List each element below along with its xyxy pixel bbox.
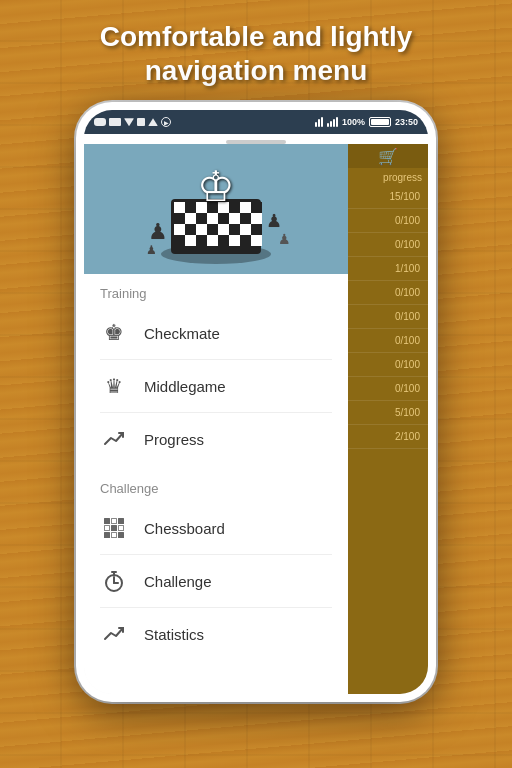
- svg-text:♟: ♟: [148, 219, 168, 244]
- challenge-section-label: Challenge: [84, 469, 348, 502]
- sidebar-item-7: 0/100: [348, 353, 428, 377]
- timer-icon: [100, 567, 128, 595]
- menu-content: Training ♚ Checkmate ♛ Middlegame: [84, 274, 348, 694]
- svg-rect-17: [251, 213, 262, 224]
- menu-item-challenge[interactable]: Challenge: [84, 555, 348, 607]
- signal-icon: [327, 117, 338, 127]
- statistics-label: Statistics: [144, 626, 204, 643]
- menu-item-checkmate[interactable]: ♚ Checkmate: [84, 307, 348, 359]
- app-banner: ♔ ♟ ♟ ♟ ♟: [84, 144, 348, 274]
- svg-rect-32: [240, 235, 251, 246]
- status-icons-left: ▶: [94, 117, 171, 127]
- sidebar-item-5: 0/100: [348, 305, 428, 329]
- middlegame-label: Middlegame: [144, 378, 226, 395]
- svg-rect-9: [251, 202, 262, 213]
- phone-frame: ▶ 100% 23:: [76, 102, 436, 702]
- status-bar: ▶ 100% 23:: [84, 110, 428, 134]
- menu-item-statistics[interactable]: Statistics: [84, 608, 348, 660]
- svg-rect-8: [240, 202, 251, 213]
- svg-text:♔: ♔: [197, 163, 235, 210]
- phone-body: ♔ ♟ ♟ ♟ ♟ Training: [84, 144, 428, 694]
- sidebar-item-4: 0/100: [348, 281, 428, 305]
- svg-rect-14: [218, 213, 229, 224]
- main-content: ♔ ♟ ♟ ♟ ♟ Training: [84, 144, 348, 694]
- sidebar-item-0: 15/100: [348, 185, 428, 209]
- progress-label: Progress: [144, 431, 204, 448]
- svg-rect-33: [251, 235, 262, 246]
- sidebar-item-3: 1/100: [348, 257, 428, 281]
- svg-text:♟: ♟: [278, 231, 291, 247]
- svg-rect-2: [174, 202, 185, 213]
- svg-text:♟: ♟: [146, 243, 157, 257]
- svg-rect-28: [196, 235, 207, 246]
- sidebar-item-8: 0/100: [348, 377, 428, 401]
- chess-logo-svg: ♔ ♟ ♟ ♟ ♟: [136, 149, 296, 269]
- clock: 23:50: [395, 117, 418, 127]
- svg-rect-22: [218, 224, 229, 235]
- sidebar-item-6: 0/100: [348, 329, 428, 353]
- sidebar-item-10: 2/100: [348, 425, 428, 449]
- queen-icon: ♛: [100, 372, 128, 400]
- svg-rect-18: [174, 224, 185, 235]
- battery-percent: 100%: [342, 117, 365, 127]
- svg-rect-25: [251, 224, 262, 235]
- svg-rect-26: [174, 235, 185, 246]
- check-icon: [137, 118, 145, 126]
- chessboard-label: Chessboard: [144, 520, 225, 537]
- menu-item-middlegame[interactable]: ♛ Middlegame: [84, 360, 348, 412]
- wifi-icon: [124, 118, 134, 126]
- photo-icon: [109, 118, 121, 126]
- checkmate-label: Checkmate: [144, 325, 220, 342]
- play-icon: ▶: [161, 117, 171, 127]
- svg-rect-13: [207, 213, 218, 224]
- speaker-area: [84, 134, 428, 144]
- svg-rect-16: [240, 213, 251, 224]
- cloud-icon: [94, 118, 106, 126]
- svg-rect-10: [174, 213, 185, 224]
- king-icon: ♚: [100, 319, 128, 347]
- menu-item-chessboard[interactable]: Chessboard: [84, 502, 348, 554]
- svg-rect-30: [218, 235, 229, 246]
- sidebar-cart-icon[interactable]: 🛒: [348, 144, 428, 168]
- status-icons-right: 100% 23:50: [315, 117, 418, 127]
- svg-rect-20: [196, 224, 207, 235]
- svg-rect-29: [207, 235, 218, 246]
- sidebar-item-9: 5/100: [348, 401, 428, 425]
- sidebar-progress-label: progress: [348, 168, 428, 185]
- statistics-trend-icon: [100, 620, 128, 648]
- app-title: Comfortable and lightly navigation menu: [80, 0, 433, 97]
- svg-rect-12: [196, 213, 207, 224]
- sidebar-item-1: 0/100: [348, 209, 428, 233]
- svg-rect-24: [240, 224, 251, 235]
- sidebar-item-2: 0/100: [348, 233, 428, 257]
- progress-trend-icon: [100, 425, 128, 453]
- chessboard-grid-icon: [100, 514, 128, 542]
- wifi-signal-icon: [315, 117, 323, 127]
- svg-rect-11: [185, 213, 196, 224]
- right-sidebar: 🛒 progress 15/100 0/100 0/100 1/100 0/10…: [348, 144, 428, 694]
- battery-icon: [369, 117, 391, 127]
- training-section-label: Training: [84, 274, 348, 307]
- svg-rect-15: [229, 213, 240, 224]
- chess-logo-container: ♔ ♟ ♟ ♟ ♟: [136, 149, 296, 269]
- alert-icon: [148, 118, 158, 126]
- svg-rect-31: [229, 235, 240, 246]
- svg-rect-27: [185, 235, 196, 246]
- challenge-label: Challenge: [144, 573, 212, 590]
- svg-text:♟: ♟: [266, 211, 282, 231]
- svg-rect-21: [207, 224, 218, 235]
- svg-rect-19: [185, 224, 196, 235]
- svg-rect-23: [229, 224, 240, 235]
- svg-rect-3: [185, 202, 196, 213]
- menu-item-progress[interactable]: Progress: [84, 413, 348, 465]
